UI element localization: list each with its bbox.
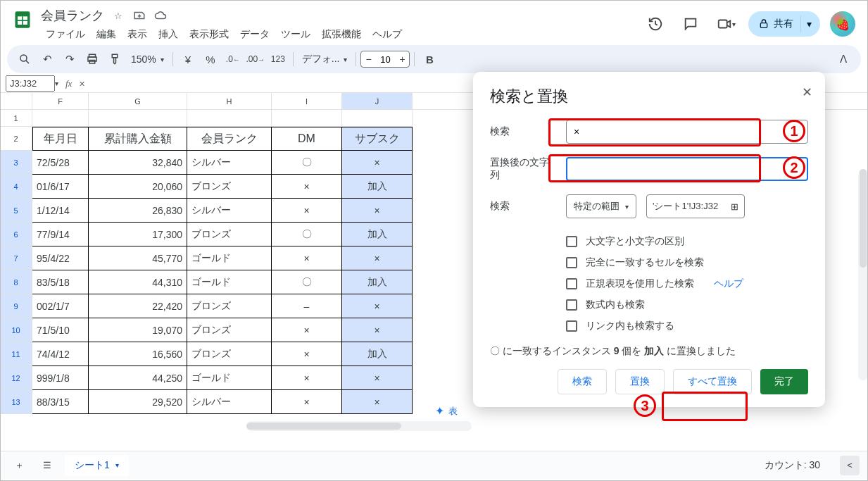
cell-header[interactable]: DM [272, 127, 342, 151]
select-all-corner[interactable] [0, 93, 32, 109]
cell[interactable] [342, 110, 413, 127]
link-checkbox[interactable] [566, 320, 577, 332]
menu-insert[interactable]: 挿入 [153, 25, 183, 44]
row-header[interactable]: 12 [0, 366, 32, 390]
cell[interactable]: × [342, 294, 413, 318]
font-size-input[interactable] [375, 54, 395, 65]
cell[interactable]: 002/1/7 [32, 294, 89, 318]
cell[interactable]: 20,060 [89, 175, 187, 199]
cell[interactable]: ブロンズ [187, 294, 272, 318]
replace-input[interactable] [566, 157, 808, 181]
font-size-increase[interactable]: + [395, 54, 409, 65]
cell[interactable]: 01/6/17 [32, 175, 89, 199]
zoom-dropdown[interactable]: 150%▾ [127, 54, 168, 65]
cell[interactable]: 88/3/15 [32, 390, 89, 414]
move-icon[interactable] [132, 8, 146, 23]
cell[interactable]: ブロンズ [187, 318, 272, 342]
col-header-H[interactable]: H [187, 93, 272, 109]
font-dropdown[interactable]: デフォ...▾ [298, 53, 352, 65]
cell[interactable]: 19,070 [89, 318, 187, 342]
cell[interactable]: 〇 [272, 270, 342, 294]
cell[interactable]: ゴールド [187, 246, 272, 270]
find-button[interactable]: 検索 [558, 369, 607, 394]
print-icon[interactable] [82, 49, 103, 70]
replace-all-button[interactable]: すべて置換 [673, 369, 752, 394]
cell[interactable]: ブロンズ [187, 342, 272, 366]
cloud-icon[interactable] [153, 8, 168, 23]
menu-extensions[interactable]: 拡張機能 [317, 25, 366, 44]
regex-checkbox[interactable] [566, 278, 577, 289]
col-header-G[interactable]: G [89, 93, 187, 109]
sheet-tab-caret-icon[interactable]: ▾ [115, 461, 119, 469]
menu-data[interactable]: データ [235, 25, 275, 44]
percent-button[interactable]: % [200, 49, 221, 70]
cell[interactable]: 74/4/12 [32, 342, 89, 366]
decrease-decimal-button[interactable]: .0← [222, 49, 244, 70]
sheet-tab-1[interactable]: シート1▾ [65, 455, 129, 476]
explore-button[interactable]: < [840, 456, 860, 475]
cell[interactable]: 26,830 [89, 199, 187, 223]
cell[interactable]: × [272, 318, 342, 342]
scope-select[interactable]: 特定の範囲▾ [566, 194, 636, 218]
more-formats-button[interactable]: 123 [268, 49, 289, 70]
cell[interactable]: ブロンズ [187, 223, 272, 246]
row-header[interactable]: 1 [0, 110, 32, 127]
cell[interactable]: 95/4/22 [32, 246, 89, 270]
cell[interactable]: × [342, 366, 413, 390]
cell[interactable]: × [272, 366, 342, 390]
avatar[interactable]: 🍓 [830, 11, 855, 37]
cell[interactable]: 44,250 [89, 366, 187, 390]
cell[interactable]: 加入 [342, 342, 413, 366]
row-header[interactable]: 11 [0, 342, 32, 366]
cell[interactable]: 72/5/28 [32, 151, 89, 175]
add-sheet-button[interactable]: ＋ [8, 455, 30, 476]
cell[interactable]: 22,420 [89, 294, 187, 318]
regex-help-link[interactable]: ヘルプ [714, 277, 743, 290]
paint-format-icon[interactable] [104, 49, 125, 70]
cell[interactable]: 83/5/18 [32, 270, 89, 294]
document-title[interactable]: 会員ランク [41, 7, 104, 24]
meet-icon[interactable]: ▾ [713, 11, 738, 37]
sheets-logo[interactable] [8, 6, 37, 34]
cell-header[interactable]: サブスク [342, 127, 413, 151]
cell[interactable] [187, 110, 272, 127]
row-header[interactable]: 8 [0, 270, 32, 294]
row-header[interactable]: 10 [0, 318, 32, 342]
cell[interactable]: ゴールド [187, 270, 272, 294]
cell[interactable]: シルバー [187, 390, 272, 414]
col-header-J[interactable]: J [342, 93, 413, 109]
increase-decimal-button[interactable]: .00→ [245, 49, 266, 70]
range-grid-icon[interactable]: ⊞ [731, 201, 738, 212]
bold-button[interactable]: B [419, 49, 440, 70]
cell[interactable]: シルバー [187, 199, 272, 223]
cell[interactable] [32, 110, 89, 127]
name-box-caret-icon[interactable]: ▾ [55, 80, 58, 87]
cell[interactable]: × [342, 246, 413, 270]
share-caret-icon[interactable]: ▾ [800, 15, 817, 32]
cell[interactable]: 〇 [272, 151, 342, 175]
cell[interactable]: × [272, 390, 342, 414]
row-header[interactable]: 4 [0, 175, 32, 199]
currency-button[interactable]: ¥ [177, 49, 199, 70]
row-header[interactable]: 2 [0, 127, 32, 151]
row-header[interactable]: 3 [0, 151, 32, 175]
cell-header[interactable]: 年月日 [32, 127, 89, 151]
toolbar-overflow-icon[interactable]: ᐱ [833, 49, 854, 70]
row-header[interactable]: 7 [0, 246, 32, 270]
comment-icon[interactable] [678, 11, 703, 37]
cell[interactable]: × [342, 151, 413, 175]
cell[interactable]: 77/9/14 [32, 223, 89, 246]
cell[interactable]: × [342, 318, 413, 342]
cell[interactable]: × [272, 342, 342, 366]
menu-file[interactable]: ファイル [41, 25, 90, 44]
cell[interactable]: 加入 [342, 270, 413, 294]
cell[interactable]: 16,560 [89, 342, 187, 366]
menu-tools[interactable]: ツール [276, 25, 315, 44]
redo-icon[interactable]: ↷ [59, 49, 80, 70]
case-checkbox[interactable] [566, 236, 577, 247]
font-size-decrease[interactable]: − [361, 54, 375, 65]
range-input[interactable]: 'シート1'!J3:J32⊞ [646, 194, 745, 218]
cell[interactable]: ブロンズ [187, 175, 272, 199]
menu-help[interactable]: ヘルプ [367, 25, 407, 44]
cell-header[interactable]: 会員ランク [187, 127, 272, 151]
